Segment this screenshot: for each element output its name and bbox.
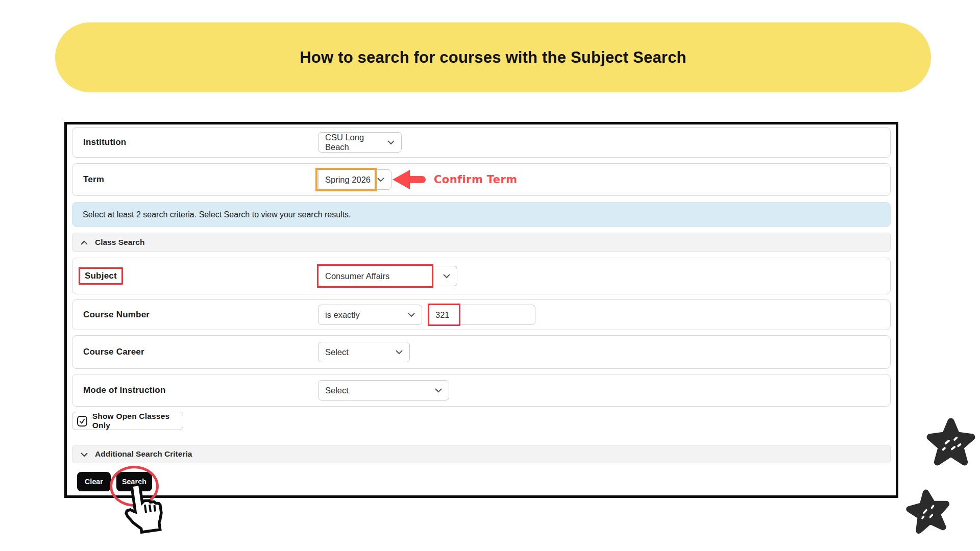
chevron-down-icon (408, 312, 415, 317)
term-dropdown[interactable]: Spring 2026 (318, 169, 391, 190)
show-open-classes-label: Show Open Classes Only (92, 412, 183, 430)
course-number-operator-dropdown[interactable]: is exactly (318, 305, 422, 325)
checkbox[interactable] (77, 416, 87, 427)
course-career-placeholder: Select (325, 347, 349, 357)
clear-button[interactable]: Clear (77, 472, 111, 491)
star-doodle-icon (925, 416, 977, 468)
institution-value: CSU Long Beach (325, 133, 382, 152)
tutorial-banner: How to search for courses with the Subje… (55, 22, 931, 92)
term-label: Term (83, 174, 104, 185)
chevron-down-icon (80, 452, 88, 457)
info-message: Select at least 2 search criteria. Selec… (83, 210, 351, 219)
institution-label: Institution (83, 137, 126, 147)
arrow-left-icon (393, 170, 426, 189)
subject-label: Subject (79, 271, 123, 281)
chevron-down-icon (377, 177, 384, 182)
course-number-label: Course Number (83, 310, 150, 320)
chevron-down-icon (387, 140, 395, 145)
course-career-dropdown[interactable]: Select (318, 342, 410, 362)
course-number-operator: is exactly (325, 310, 360, 320)
term-row: Term Spring 2026 Confirm Term (72, 163, 891, 196)
additional-search-criteria-label: Additional Search Criteria (95, 449, 192, 459)
term-value: Spring 2026 (325, 175, 371, 185)
course-number-row: Course Number is exactly 321 (72, 299, 891, 330)
subject-label-highlight: Subject (79, 267, 123, 285)
institution-dropdown[interactable]: CSU Long Beach (318, 132, 402, 153)
confirm-term-text: Confirm Term (434, 173, 518, 186)
form-actions: Clear Search (72, 472, 891, 491)
chevron-down-icon (443, 273, 450, 279)
confirm-term-annotation: Confirm Term (393, 170, 518, 189)
page-title: How to search for courses with the Subje… (300, 48, 686, 67)
additional-search-criteria-header[interactable]: Additional Search Criteria (72, 445, 891, 463)
mode-of-instruction-label: Mode of Instruction (83, 385, 166, 395)
subject-row: Subject Consumer Affairs (72, 258, 891, 294)
info-banner: Select at least 2 search criteria. Selec… (72, 202, 891, 227)
chevron-down-icon (435, 388, 442, 393)
checkmark-icon (79, 417, 86, 424)
chevron-down-icon (396, 349, 403, 355)
show-open-classes-toggle[interactable]: Show Open Classes Only (72, 412, 183, 430)
course-number-input[interactable]: 321 (428, 305, 535, 325)
subject-value: Consumer Affairs (325, 271, 389, 281)
mode-of-instruction-dropdown[interactable]: Select (318, 380, 449, 400)
chevron-up-icon (80, 240, 88, 245)
class-search-header[interactable]: Class Search (72, 233, 891, 252)
class-search-form: Institution CSU Long Beach Term Spring 2… (64, 122, 898, 498)
subject-dropdown[interactable]: Consumer Affairs (318, 266, 457, 286)
course-career-label: Course Career (83, 347, 144, 357)
search-button[interactable]: Search (116, 472, 152, 491)
course-number-value: 321 (435, 310, 450, 320)
mode-of-instruction-placeholder: Select (325, 386, 349, 395)
class-search-header-label: Class Search (95, 238, 144, 247)
course-career-row: Course Career Select (72, 335, 891, 369)
mode-of-instruction-row: Mode of Instruction Select (72, 374, 891, 407)
star-doodle-icon (902, 485, 955, 538)
institution-row: Institution CSU Long Beach (72, 127, 891, 158)
